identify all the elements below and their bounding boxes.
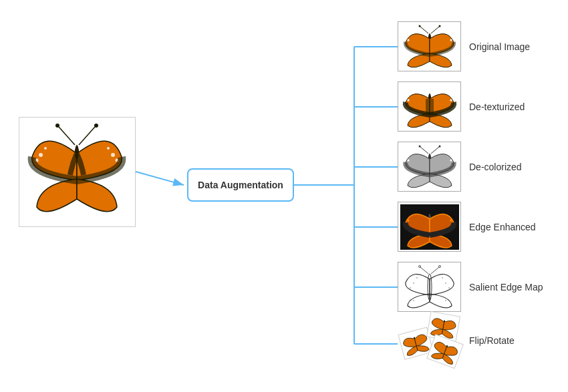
svg-point-49 <box>442 277 443 278</box>
svg-line-35 <box>420 147 428 154</box>
detexturized-label: De-texturized <box>469 102 525 112</box>
svg-point-36 <box>418 145 420 147</box>
svg-line-24 <box>420 27 428 33</box>
svg-point-50 <box>448 287 450 288</box>
salient-edge-label: Salient Edge Map <box>469 282 543 292</box>
svg-point-52 <box>445 300 446 301</box>
svg-point-14 <box>111 153 115 157</box>
svg-point-47 <box>410 287 411 288</box>
svg-point-34 <box>450 159 452 161</box>
svg-point-11 <box>39 153 43 157</box>
edge-enhanced-thumb <box>398 202 461 252</box>
svg-line-26 <box>431 27 439 33</box>
decolorized-thumb <box>398 142 461 192</box>
svg-line-17 <box>59 127 75 145</box>
svg-point-31 <box>450 99 452 101</box>
detexturized-thumb <box>398 81 461 132</box>
diagram-container: Data Augmentation Original Image <box>0 0 568 392</box>
svg-rect-29 <box>426 99 434 115</box>
source-butterfly-image <box>19 117 136 227</box>
svg-point-20 <box>94 124 98 128</box>
result-original: Original Image <box>398 21 530 71</box>
svg-point-33 <box>407 159 409 161</box>
decolorized-label: De-colorized <box>469 162 522 172</box>
salient-edge-thumb <box>398 262 461 312</box>
svg-line-19 <box>79 127 95 145</box>
svg-point-13 <box>44 147 47 150</box>
original-label: Original Image <box>469 41 530 52</box>
svg-point-38 <box>438 145 440 147</box>
flip-rotate-label: Flip/Rotate <box>469 335 515 346</box>
svg-point-27 <box>438 25 440 27</box>
svg-point-45 <box>413 282 414 284</box>
augmentation-box: Data Augmentation <box>187 168 294 202</box>
svg-point-46 <box>416 277 418 278</box>
svg-point-41 <box>407 219 409 221</box>
original-thumb <box>398 21 461 71</box>
svg-point-25 <box>418 25 420 27</box>
svg-point-42 <box>450 219 452 221</box>
svg-line-37 <box>431 147 439 154</box>
result-decolorized: De-colorized <box>398 142 522 192</box>
svg-point-48 <box>445 282 446 284</box>
svg-point-30 <box>407 99 409 101</box>
augmentation-label: Data Augmentation <box>198 180 283 190</box>
flip-rotate-thumb <box>398 315 461 365</box>
svg-line-1 <box>136 172 184 185</box>
svg-point-23 <box>450 39 452 41</box>
result-flip-rotate: Flip/Rotate <box>398 315 515 365</box>
svg-point-16 <box>107 147 110 150</box>
svg-point-51 <box>413 300 414 301</box>
edge-enhanced-label: Edge Enhanced <box>469 222 536 232</box>
svg-point-18 <box>55 124 59 128</box>
result-edge-enhanced: Edge Enhanced <box>398 202 536 252</box>
svg-point-22 <box>407 39 409 41</box>
result-detexturized: De-texturized <box>398 81 525 132</box>
result-salient-edge: Salient Edge Map <box>398 262 543 312</box>
